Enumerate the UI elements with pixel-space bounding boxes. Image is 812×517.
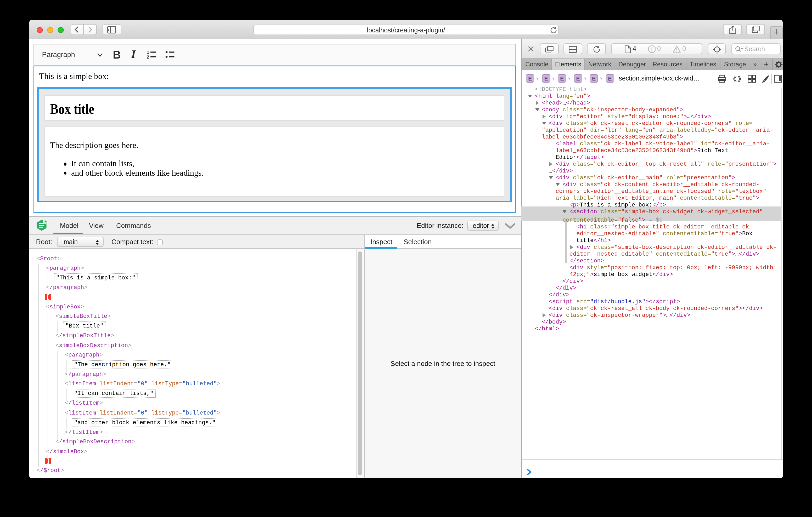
svg-text:5: 5 (44, 220, 46, 223)
svg-text:2: 2 (147, 54, 149, 59)
svg-text:1: 1 (147, 50, 149, 55)
